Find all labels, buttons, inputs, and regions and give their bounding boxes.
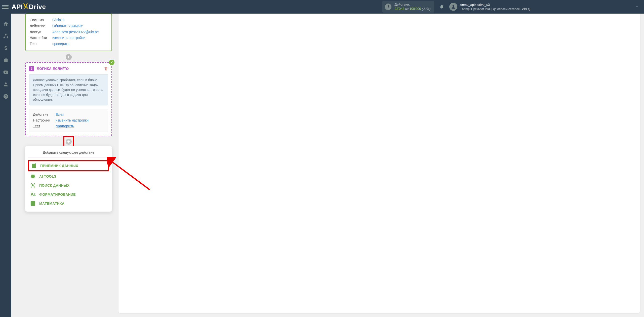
header-right: i Действия: 22'048 из 100'000 (22%) demo… xyxy=(382,1,639,13)
row-value-access[interactable]: Andrii test (test20022@ukr.ne xyxy=(52,29,99,35)
svg-text:$: $ xyxy=(4,45,7,51)
popup-label-format: ФОРМАТИРОВАНИЕ xyxy=(39,192,76,196)
trash-icon[interactable] xyxy=(104,67,108,71)
user-info: demo_apix-drive_s3 Тариф |Премиум PRO| д… xyxy=(460,3,531,11)
popup-item-ai[interactable]: AI TOOLS xyxy=(28,172,109,181)
row-value-settings2[interactable]: изменить настройки xyxy=(56,117,89,123)
svg-rect-13 xyxy=(31,202,35,206)
menu-icon[interactable] xyxy=(2,4,9,10)
actions-numbers: 22'048 из 100'000 (22%) xyxy=(394,7,430,11)
popup-item-format[interactable]: Aa ФОРМАТИРОВАНИЕ xyxy=(28,190,109,199)
row-label-system: Система xyxy=(30,17,52,23)
block-title: ЛОГИКА ЕСЛИ/ТО xyxy=(37,67,69,71)
youtube-icon[interactable] xyxy=(3,69,9,75)
left-panel: Система ClickUp Действие Обновить ЗАДАЧУ… xyxy=(11,14,118,317)
svg-point-6 xyxy=(5,83,7,84)
right-panel xyxy=(118,14,640,313)
block-row: Тест проверить xyxy=(30,41,107,47)
row-value-system[interactable]: ClickUp xyxy=(52,17,64,23)
user-menu[interactable]: demo_apix-drive_s3 Тариф |Премиум PRO| д… xyxy=(449,3,639,11)
popup-label-ai: AI TOOLS xyxy=(39,174,56,178)
popup-title: Добавить следующее действие xyxy=(28,150,109,158)
block-row: Тест проверить xyxy=(33,123,104,129)
logic-block: 3 ЛОГИКА ЕСЛИ/ТО Данное условие сработае… xyxy=(25,62,112,136)
row-value-action2[interactable]: Если xyxy=(56,112,64,117)
header-left: API Drive xyxy=(2,3,46,11)
row-value-settings[interactable]: изменить настройки xyxy=(52,35,85,41)
svg-rect-2 xyxy=(3,37,5,38)
svg-point-11 xyxy=(32,176,33,177)
home-icon[interactable] xyxy=(3,21,9,27)
actions-label: Действия: xyxy=(394,3,430,7)
header: API Drive i Действия: 22'048 из 100'000 … xyxy=(0,0,644,14)
row-label-access: Доступ xyxy=(30,29,52,35)
logo-api: API xyxy=(12,3,23,11)
svg-point-12 xyxy=(32,184,33,186)
svg-rect-1 xyxy=(5,34,7,35)
popup-item-math[interactable]: МАТЕМАТИКА xyxy=(28,199,109,208)
popup-label-math: МАТЕМАТИКА xyxy=(39,202,64,206)
actions-iz: из xyxy=(405,7,409,11)
ai-icon xyxy=(30,174,36,179)
block-number: 3 xyxy=(29,66,34,71)
user-name: demo_apix-drive_s3 xyxy=(460,3,531,7)
svg-text:?: ? xyxy=(5,95,7,98)
user-icon[interactable] xyxy=(3,82,9,87)
sidebar: $ ? xyxy=(0,14,11,317)
scan-icon xyxy=(30,183,36,188)
block-row: Действие Обновить ЗАДАЧУ xyxy=(30,23,107,29)
bell-icon[interactable] xyxy=(439,4,444,9)
avatar-icon xyxy=(449,3,457,11)
block-header-left: 3 ЛОГИКА ЕСЛИ/ТО xyxy=(29,66,69,71)
row-label-test: Тест xyxy=(30,41,52,47)
actions-pct: (22%) xyxy=(422,7,431,11)
popup-label-receiver: ПРИЕМНИК ДАННЫХ xyxy=(40,164,78,168)
add-step-button-1[interactable]: + xyxy=(66,54,72,60)
actions-text: Действия: 22'048 из 100'000 (22%) xyxy=(394,3,430,11)
svg-rect-3 xyxy=(7,37,8,38)
add-step-button-2[interactable]: + xyxy=(66,139,72,145)
row-value-test[interactable]: проверить xyxy=(52,41,69,47)
row-label-settings: Настройки xyxy=(30,35,52,41)
block-row: Доступ Andrii test (test20022@ukr.ne xyxy=(30,29,107,35)
logo-drive: Drive xyxy=(29,3,46,11)
math-icon xyxy=(30,201,36,206)
add-action-popup: Добавить следующее действие ПРИЕМНИК ДАН… xyxy=(25,146,112,212)
block-row: Система ClickUp xyxy=(30,17,107,23)
row-label-action: Действие xyxy=(30,23,52,29)
dollar-icon[interactable]: $ xyxy=(3,45,9,51)
row-value-action[interactable]: Обновить ЗАДАЧУ xyxy=(52,23,83,29)
clipboard-plus-icon xyxy=(31,163,37,169)
destination-block: Система ClickUp Действие Обновить ЗАДАЧУ… xyxy=(25,14,112,51)
block-header: 3 ЛОГИКА ЕСЛИ/ТО xyxy=(29,66,108,71)
popup-item-search[interactable]: ПОИСК ДАННЫХ xyxy=(28,181,109,190)
briefcase-icon[interactable] xyxy=(3,57,9,63)
row-label-test2: Тест xyxy=(33,123,56,129)
popup-item-receiver[interactable]: ПРИЕМНИК ДАННЫХ xyxy=(28,160,109,171)
format-icon: Aa xyxy=(30,192,36,197)
block-row: Действие Если xyxy=(33,112,104,117)
block-rows-2: Действие Если Настройки изменить настрой… xyxy=(29,109,108,132)
block-row: Настройки изменить настройки xyxy=(33,117,104,123)
check-badge-icon xyxy=(109,60,114,65)
row-value-test2[interactable]: проверить xyxy=(56,123,74,129)
logo[interactable]: API Drive xyxy=(12,3,46,11)
row-label-action2: Действие xyxy=(33,112,56,117)
logic-block-wrap: 3 ЛОГИКА ЕСЛИ/ТО Данное условие сработае… xyxy=(25,62,112,136)
user-tariff: Тариф |Премиум PRO| до оплаты осталось 2… xyxy=(460,7,531,11)
actions-value: 22'048 xyxy=(394,7,404,11)
popup-label-search: ПОИСК ДАННЫХ xyxy=(39,183,70,187)
actions-max: 100'000 xyxy=(410,7,421,11)
actions-counter[interactable]: i Действия: 22'048 из 100'000 (22%) xyxy=(382,1,434,13)
chevron-down-icon[interactable] xyxy=(635,5,639,9)
help-icon[interactable]: ? xyxy=(3,94,9,99)
row-label-settings2: Настройки xyxy=(33,117,56,123)
logo-x xyxy=(22,3,29,11)
add-step-highlight: + xyxy=(63,136,74,147)
sitemap-icon[interactable] xyxy=(3,33,9,39)
info-icon: i xyxy=(385,4,391,10)
block-info-text: Данное условие сработает, если в блоке П… xyxy=(29,74,108,105)
svg-point-0 xyxy=(453,5,454,7)
main: Система ClickUp Действие Обновить ЗАДАЧУ… xyxy=(11,14,644,317)
block-row: Настройки изменить настройки xyxy=(30,35,107,41)
